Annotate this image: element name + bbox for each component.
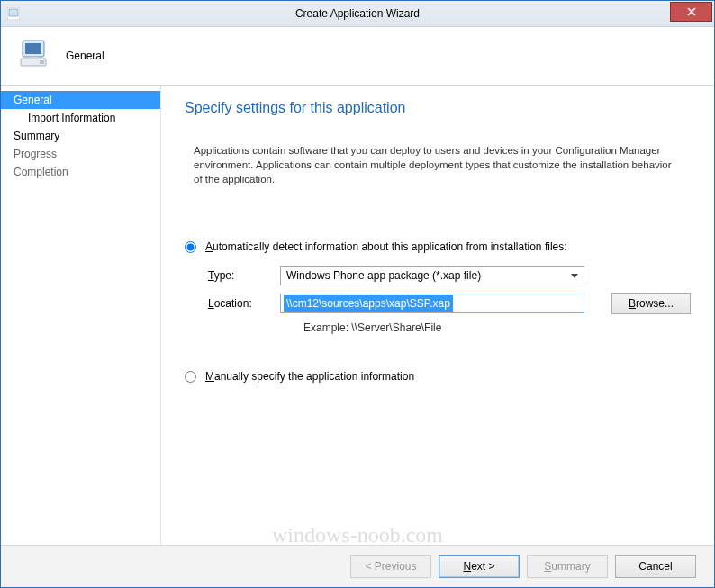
location-label: Location: bbox=[208, 297, 280, 310]
auto-detect-radio[interactable] bbox=[185, 241, 196, 253]
location-input[interactable]: \\cm12\sources\apps\xap\SSP.xap bbox=[280, 294, 584, 313]
header-computer-icon bbox=[17, 37, 53, 76]
manual-option[interactable]: Manually specify the application informa… bbox=[185, 370, 691, 383]
window-title: Create Application Wizard bbox=[1, 7, 714, 20]
nav-import-information[interactable]: Import Information bbox=[1, 109, 160, 127]
nav-progress[interactable]: Progress bbox=[1, 145, 160, 163]
page-description: Applications contain software that you c… bbox=[194, 143, 680, 186]
type-label: Type: bbox=[208, 269, 280, 282]
svg-rect-8 bbox=[40, 60, 44, 64]
detect-form: Type: Windows Phone app package (*.xap f… bbox=[208, 266, 691, 334]
type-row: Type: Windows Phone app package (*.xap f… bbox=[208, 266, 691, 285]
type-select[interactable]: Windows Phone app package (*.xap file) bbox=[280, 266, 584, 285]
nav-general[interactable]: General bbox=[1, 91, 160, 109]
manual-label: Manually specify the application informa… bbox=[205, 370, 414, 383]
wizard-footer: < Previous Next > Summary Cancel bbox=[1, 545, 714, 587]
svg-rect-5 bbox=[25, 43, 41, 54]
auto-detect-label: Automatically detect information about t… bbox=[205, 240, 567, 253]
wizard-sidebar: General Import Information Summary Progr… bbox=[1, 86, 161, 545]
content-pane: Specify settings for this application Ap… bbox=[161, 86, 714, 545]
wizard-window: Create Application Wizard General bbox=[0, 0, 715, 588]
nav-completion[interactable]: Completion bbox=[1, 163, 160, 181]
manual-radio[interactable] bbox=[185, 371, 196, 383]
browse-button[interactable]: Browse... bbox=[611, 293, 691, 314]
header-band: General bbox=[1, 27, 714, 86]
location-example: Example: \\Server\Share\File bbox=[303, 321, 691, 334]
next-button[interactable]: Next > bbox=[439, 555, 520, 578]
svg-rect-7 bbox=[30, 57, 37, 59]
summary-button: Summary bbox=[527, 555, 608, 578]
svg-rect-1 bbox=[9, 9, 18, 16]
location-value: \\cm12\sources\apps\xap\SSP.xap bbox=[284, 295, 453, 312]
previous-button: < Previous bbox=[350, 555, 431, 578]
titlebar: Create Application Wizard bbox=[1, 1, 714, 27]
cancel-button[interactable]: Cancel bbox=[615, 555, 696, 578]
app-icon bbox=[6, 6, 21, 21]
type-select-value: Windows Phone app package (*.xap file) bbox=[286, 269, 481, 282]
header-title: General bbox=[66, 50, 104, 62]
close-icon bbox=[687, 6, 696, 18]
auto-detect-option[interactable]: Automatically detect information about t… bbox=[185, 240, 691, 253]
location-row: Location: \\cm12\sources\apps\xap\SSP.xa… bbox=[208, 293, 691, 314]
close-button[interactable] bbox=[670, 2, 712, 22]
nav-summary[interactable]: Summary bbox=[1, 127, 160, 145]
page-title: Specify settings for this application bbox=[185, 100, 691, 116]
main-area: General Import Information Summary Progr… bbox=[1, 86, 714, 545]
